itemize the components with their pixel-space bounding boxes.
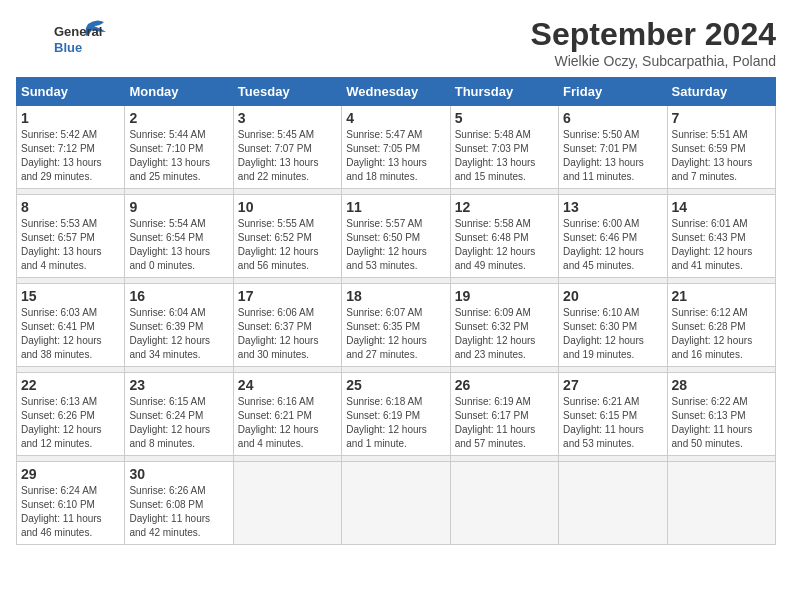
calendar-cell: 19 Sunrise: 6:09 AMSunset: 6:32 PMDaylig… (450, 284, 558, 367)
day-number: 11 (346, 199, 445, 215)
logo: General Blue (16, 16, 116, 60)
calendar-cell (450, 462, 558, 545)
day-number: 14 (672, 199, 771, 215)
calendar-cell: 4 Sunrise: 5:47 AMSunset: 7:05 PMDayligh… (342, 106, 450, 189)
day-number: 9 (129, 199, 228, 215)
calendar-cell: 26 Sunrise: 6:19 AMSunset: 6:17 PMDaylig… (450, 373, 558, 456)
day-number: 15 (21, 288, 120, 304)
day-info: Sunrise: 6:15 AMSunset: 6:24 PMDaylight:… (129, 396, 210, 449)
day-info: Sunrise: 6:01 AMSunset: 6:43 PMDaylight:… (672, 218, 753, 271)
calendar-cell: 11 Sunrise: 5:57 AMSunset: 6:50 PMDaylig… (342, 195, 450, 278)
calendar-cell: 29 Sunrise: 6:24 AMSunset: 6:10 PMDaylig… (17, 462, 125, 545)
calendar-cell (559, 462, 667, 545)
day-number: 19 (455, 288, 554, 304)
day-info: Sunrise: 6:18 AMSunset: 6:19 PMDaylight:… (346, 396, 427, 449)
day-info: Sunrise: 6:16 AMSunset: 6:21 PMDaylight:… (238, 396, 319, 449)
calendar-cell: 22 Sunrise: 6:13 AMSunset: 6:26 PMDaylig… (17, 373, 125, 456)
svg-text:Blue: Blue (54, 40, 82, 55)
calendar-cell: 18 Sunrise: 6:07 AMSunset: 6:35 PMDaylig… (342, 284, 450, 367)
calendar-cell: 30 Sunrise: 6:26 AMSunset: 6:08 PMDaylig… (125, 462, 233, 545)
calendar-cell (667, 462, 775, 545)
day-info: Sunrise: 6:07 AMSunset: 6:35 PMDaylight:… (346, 307, 427, 360)
weekday-header-wednesday: Wednesday (342, 78, 450, 106)
day-number: 6 (563, 110, 662, 126)
calendar-cell: 5 Sunrise: 5:48 AMSunset: 7:03 PMDayligh… (450, 106, 558, 189)
day-info: Sunrise: 6:21 AMSunset: 6:15 PMDaylight:… (563, 396, 644, 449)
day-info: Sunrise: 6:06 AMSunset: 6:37 PMDaylight:… (238, 307, 319, 360)
calendar-cell: 17 Sunrise: 6:06 AMSunset: 6:37 PMDaylig… (233, 284, 341, 367)
day-number: 25 (346, 377, 445, 393)
day-info: Sunrise: 6:09 AMSunset: 6:32 PMDaylight:… (455, 307, 536, 360)
day-number: 23 (129, 377, 228, 393)
weekday-header-sunday: Sunday (17, 78, 125, 106)
calendar-cell (342, 462, 450, 545)
day-number: 18 (346, 288, 445, 304)
day-info: Sunrise: 6:26 AMSunset: 6:08 PMDaylight:… (129, 485, 210, 538)
calendar-cell: 10 Sunrise: 5:55 AMSunset: 6:52 PMDaylig… (233, 195, 341, 278)
day-info: Sunrise: 6:24 AMSunset: 6:10 PMDaylight:… (21, 485, 102, 538)
day-info: Sunrise: 6:19 AMSunset: 6:17 PMDaylight:… (455, 396, 536, 449)
calendar-week-row: 22 Sunrise: 6:13 AMSunset: 6:26 PMDaylig… (17, 373, 776, 456)
day-info: Sunrise: 5:47 AMSunset: 7:05 PMDaylight:… (346, 129, 427, 182)
day-info: Sunrise: 6:22 AMSunset: 6:13 PMDaylight:… (672, 396, 753, 449)
day-info: Sunrise: 5:57 AMSunset: 6:50 PMDaylight:… (346, 218, 427, 271)
calendar-cell: 12 Sunrise: 5:58 AMSunset: 6:48 PMDaylig… (450, 195, 558, 278)
day-number: 29 (21, 466, 120, 482)
day-number: 30 (129, 466, 228, 482)
calendar-cell: 23 Sunrise: 6:15 AMSunset: 6:24 PMDaylig… (125, 373, 233, 456)
day-number: 16 (129, 288, 228, 304)
calendar-week-row: 15 Sunrise: 6:03 AMSunset: 6:41 PMDaylig… (17, 284, 776, 367)
day-number: 10 (238, 199, 337, 215)
calendar-week-row: 1 Sunrise: 5:42 AMSunset: 7:12 PMDayligh… (17, 106, 776, 189)
svg-text:General: General (54, 24, 102, 39)
day-number: 5 (455, 110, 554, 126)
day-info: Sunrise: 5:54 AMSunset: 6:54 PMDaylight:… (129, 218, 210, 271)
calendar-week-row: 8 Sunrise: 5:53 AMSunset: 6:57 PMDayligh… (17, 195, 776, 278)
calendar-cell: 1 Sunrise: 5:42 AMSunset: 7:12 PMDayligh… (17, 106, 125, 189)
calendar-cell: 6 Sunrise: 5:50 AMSunset: 7:01 PMDayligh… (559, 106, 667, 189)
day-info: Sunrise: 5:53 AMSunset: 6:57 PMDaylight:… (21, 218, 102, 271)
day-info: Sunrise: 5:58 AMSunset: 6:48 PMDaylight:… (455, 218, 536, 271)
weekday-header-saturday: Saturday (667, 78, 775, 106)
day-number: 13 (563, 199, 662, 215)
day-info: Sunrise: 5:42 AMSunset: 7:12 PMDaylight:… (21, 129, 102, 182)
day-info: Sunrise: 5:48 AMSunset: 7:03 PMDaylight:… (455, 129, 536, 182)
weekday-header-row: SundayMondayTuesdayWednesdayThursdayFrid… (17, 78, 776, 106)
day-number: 8 (21, 199, 120, 215)
day-number: 1 (21, 110, 120, 126)
weekday-header-friday: Friday (559, 78, 667, 106)
weekday-header-tuesday: Tuesday (233, 78, 341, 106)
day-number: 3 (238, 110, 337, 126)
calendar-cell: 7 Sunrise: 5:51 AMSunset: 6:59 PMDayligh… (667, 106, 775, 189)
calendar-cell: 9 Sunrise: 5:54 AMSunset: 6:54 PMDayligh… (125, 195, 233, 278)
calendar-cell: 16 Sunrise: 6:04 AMSunset: 6:39 PMDaylig… (125, 284, 233, 367)
calendar-cell: 21 Sunrise: 6:12 AMSunset: 6:28 PMDaylig… (667, 284, 775, 367)
calendar-cell: 13 Sunrise: 6:00 AMSunset: 6:46 PMDaylig… (559, 195, 667, 278)
calendar-table: SundayMondayTuesdayWednesdayThursdayFrid… (16, 77, 776, 545)
day-number: 26 (455, 377, 554, 393)
day-info: Sunrise: 5:51 AMSunset: 6:59 PMDaylight:… (672, 129, 753, 182)
day-info: Sunrise: 5:55 AMSunset: 6:52 PMDaylight:… (238, 218, 319, 271)
calendar-cell: 2 Sunrise: 5:44 AMSunset: 7:10 PMDayligh… (125, 106, 233, 189)
day-number: 2 (129, 110, 228, 126)
day-number: 7 (672, 110, 771, 126)
day-info: Sunrise: 6:00 AMSunset: 6:46 PMDaylight:… (563, 218, 644, 271)
month-title: September 2024 (531, 16, 776, 53)
calendar-cell: 3 Sunrise: 5:45 AMSunset: 7:07 PMDayligh… (233, 106, 341, 189)
day-number: 12 (455, 199, 554, 215)
page-header: General Blue September 2024 Wielkie Oczy… (16, 16, 776, 69)
day-number: 24 (238, 377, 337, 393)
logo-svg: General Blue (16, 16, 116, 60)
calendar-cell (233, 462, 341, 545)
calendar-cell: 28 Sunrise: 6:22 AMSunset: 6:13 PMDaylig… (667, 373, 775, 456)
title-area: September 2024 Wielkie Oczy, Subcarpathi… (531, 16, 776, 69)
day-number: 17 (238, 288, 337, 304)
day-info: Sunrise: 6:04 AMSunset: 6:39 PMDaylight:… (129, 307, 210, 360)
day-info: Sunrise: 6:13 AMSunset: 6:26 PMDaylight:… (21, 396, 102, 449)
calendar-cell: 15 Sunrise: 6:03 AMSunset: 6:41 PMDaylig… (17, 284, 125, 367)
day-info: Sunrise: 5:50 AMSunset: 7:01 PMDaylight:… (563, 129, 644, 182)
day-info: Sunrise: 6:03 AMSunset: 6:41 PMDaylight:… (21, 307, 102, 360)
day-number: 20 (563, 288, 662, 304)
day-info: Sunrise: 6:10 AMSunset: 6:30 PMDaylight:… (563, 307, 644, 360)
day-info: Sunrise: 5:44 AMSunset: 7:10 PMDaylight:… (129, 129, 210, 182)
